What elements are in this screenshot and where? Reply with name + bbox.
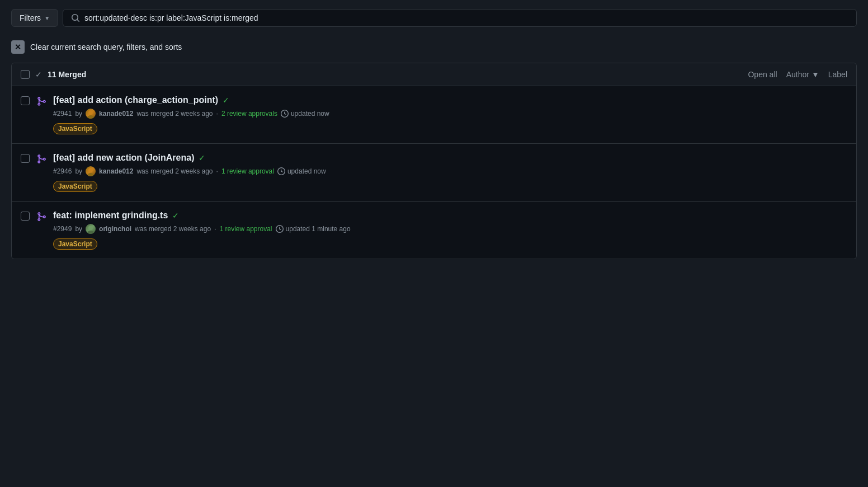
pr-labels-1: JavaScript: [53, 123, 847, 134]
ci-check-icon-2: ✓: [199, 153, 205, 162]
dot-3: ·: [214, 225, 216, 233]
by-text-2: by: [75, 167, 82, 175]
ci-check-icon-1: ✓: [223, 96, 229, 105]
filters-label: Filters: [20, 13, 41, 22]
author-chevron-icon: ▼: [812, 70, 819, 79]
pr-labels-3: JavaScript: [53, 238, 847, 250]
review-approvals-3: 1 review approval: [219, 225, 272, 233]
search-icon: [71, 13, 80, 22]
pr-title-2[interactable]: [feat] add new action (JoinArena): [53, 153, 194, 163]
updated-meta-2: updated now: [277, 167, 326, 175]
chevron-down-icon: ▼: [44, 15, 50, 21]
avatar-3: [86, 224, 96, 234]
updated-text-1: updated now: [291, 110, 329, 118]
search-box: [63, 9, 857, 27]
open-all-button[interactable]: Open all: [748, 70, 777, 79]
pr-number-2: #2946: [53, 167, 72, 175]
merged-ago-2: was merged 2 weeks ago: [136, 167, 213, 175]
pr-title-3[interactable]: feat: implement grinding.ts: [53, 210, 168, 221]
merge-icon-2: [36, 154, 46, 166]
pr-author-1[interactable]: kanade012: [99, 110, 133, 118]
by-text-3: by: [75, 225, 82, 233]
svg-point-4: [88, 226, 93, 230]
label-javascript-2[interactable]: JavaScript: [53, 181, 97, 192]
pr-content-2: [feat] add new action (JoinArena) ✓ #294…: [53, 153, 847, 192]
dot-2: ·: [216, 167, 218, 175]
pr-meta-3: #2949 by originchoi was merged 2 weeks a…: [53, 224, 847, 234]
pr-item: [feat] add action (charge_action_point) …: [12, 86, 856, 144]
clear-bar: ✕ Clear current search query, filters, a…: [0, 36, 868, 63]
pr-title-1[interactable]: [feat] add action (charge_action_point): [53, 95, 218, 105]
svg-point-5: [87, 231, 94, 234]
merged-count: 11 Merged: [48, 70, 86, 79]
avatar-2: [86, 166, 96, 176]
label-filter-button[interactable]: Label: [828, 70, 847, 79]
search-input[interactable]: [84, 13, 848, 22]
pr-number-1: #2941: [53, 110, 72, 118]
svg-point-3: [87, 173, 94, 176]
dot-1: ·: [216, 110, 218, 118]
pr-meta-1: #2941 by kanade012 was merged 2 weeks ag…: [53, 109, 847, 119]
author-filter-button[interactable]: Author ▼: [786, 70, 819, 79]
pr-content-3: feat: implement grinding.ts ✓ #2949 by o…: [53, 210, 847, 250]
review-approvals-2: 1 review approval: [221, 167, 274, 175]
search-bar-area: Filters ▼: [0, 0, 868, 36]
pr-checkbox-2[interactable]: [21, 154, 30, 163]
merged-ago-3: was merged 2 weeks ago: [135, 225, 211, 233]
pr-title-row-1: [feat] add action (charge_action_point) …: [53, 95, 847, 105]
pr-author-3[interactable]: originchoi: [99, 225, 131, 233]
pr-title-row-2: [feat] add new action (JoinArena) ✓: [53, 153, 847, 163]
svg-point-2: [88, 168, 93, 172]
merge-icon-3: [36, 212, 46, 223]
pr-list-header: ✓ 11 Merged Open all Author ▼ Label: [12, 63, 856, 86]
merged-ago-1: was merged 2 weeks ago: [136, 110, 213, 118]
updated-text-3: updated 1 minute ago: [286, 225, 351, 233]
pr-author-2[interactable]: kanade012: [99, 167, 133, 175]
pr-list: ✓ 11 Merged Open all Author ▼ Label [fea…: [11, 63, 857, 259]
updated-meta-3: updated 1 minute ago: [276, 225, 351, 233]
clock-icon-3: [276, 225, 284, 233]
label-javascript-1[interactable]: JavaScript: [53, 123, 97, 134]
label-javascript-3[interactable]: JavaScript: [53, 238, 97, 250]
by-text-1: by: [75, 110, 82, 118]
clear-search-button[interactable]: ✕: [11, 40, 25, 54]
pr-checkbox-1[interactable]: [21, 96, 30, 105]
svg-point-1: [87, 115, 94, 119]
author-label: Author: [786, 70, 809, 79]
clock-icon-1: [281, 110, 289, 118]
avatar-1: [86, 109, 96, 119]
pr-list-header-left: ✓ 11 Merged: [21, 70, 748, 79]
updated-meta-1: updated now: [281, 110, 329, 118]
pr-title-row-3: feat: implement grinding.ts ✓: [53, 210, 847, 221]
pr-checkbox-3[interactable]: [21, 212, 30, 221]
select-all-checkbox[interactable]: [21, 70, 30, 79]
updated-text-2: updated now: [287, 167, 326, 175]
pr-labels-2: JavaScript: [53, 181, 847, 192]
ci-check-icon-3: ✓: [172, 211, 179, 220]
pr-content-1: [feat] add action (charge_action_point) …: [53, 95, 847, 134]
review-approvals-1: 2 review approvals: [221, 110, 277, 118]
pr-meta-2: #2946 by kanade012 was merged 2 weeks ag…: [53, 166, 847, 176]
pr-item-3: feat: implement grinding.ts ✓ #2949 by o…: [12, 202, 856, 259]
merged-check-icon: ✓: [35, 70, 42, 79]
merge-icon-1: [36, 96, 46, 108]
clock-icon-2: [277, 167, 285, 175]
pr-list-header-right: Open all Author ▼ Label: [748, 70, 847, 79]
svg-point-0: [88, 110, 93, 115]
filters-button[interactable]: Filters ▼: [11, 9, 58, 27]
pr-item-2: [feat] add new action (JoinArena) ✓ #294…: [12, 144, 856, 202]
pr-number-3: #2949: [53, 225, 72, 233]
clear-search-label: Clear current search query, filters, and…: [30, 43, 182, 51]
